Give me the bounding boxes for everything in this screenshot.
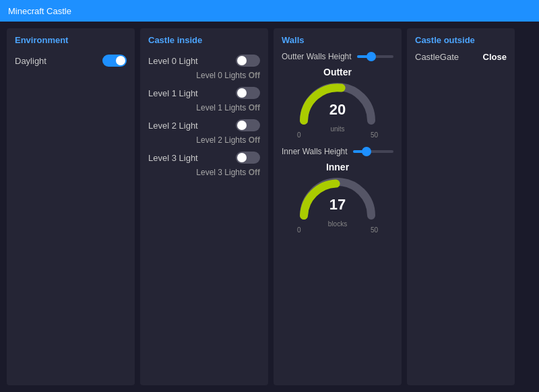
light-3-toggle[interactable] bbox=[236, 152, 260, 164]
environment-panel-title: Environment bbox=[15, 35, 127, 45]
daylight-toggle-knob bbox=[116, 56, 125, 65]
inner-gauge-wrapper: 17 bbox=[297, 175, 378, 219]
light-row-0: Level 0 Light bbox=[148, 52, 260, 69]
light-0-label: Level 0 Light bbox=[148, 56, 198, 66]
inner-slider-thumb[interactable] bbox=[362, 147, 371, 156]
main-content: Environment Daylight Castle inside Level… bbox=[0, 22, 539, 392]
gate-status: Close bbox=[483, 52, 507, 62]
inner-gauge-title: Inner bbox=[326, 162, 349, 172]
light-3-knob bbox=[237, 153, 247, 162]
outer-gauge-max: 50 bbox=[371, 131, 378, 139]
inner-gauge-labels: 0 50 bbox=[297, 226, 378, 234]
light-0-toggle[interactable] bbox=[236, 55, 260, 67]
daylight-label: Daylight bbox=[15, 56, 46, 66]
title-bar: Minecraft Castle bbox=[0, 0, 539, 22]
inner-slider-row: Inner Walls Height bbox=[282, 147, 393, 156]
light-1-label: Level 1 Light bbox=[148, 88, 198, 98]
inner-gauge-min: 0 bbox=[297, 226, 301, 234]
light-3-off: Off bbox=[249, 168, 260, 177]
inner-gauge-max: 50 bbox=[371, 226, 378, 234]
light-2-toggle[interactable] bbox=[236, 119, 260, 131]
light-row-3: Level 3 Light bbox=[148, 149, 260, 166]
daylight-toggle[interactable] bbox=[102, 55, 127, 67]
light-0-knob bbox=[237, 56, 247, 65]
gate-row: CastleGate Close bbox=[415, 52, 507, 62]
light-1-off: Off bbox=[249, 103, 260, 112]
light-0-off: Off bbox=[249, 71, 260, 80]
outer-slider-thumb[interactable] bbox=[367, 52, 376, 61]
inner-gauge-container: Inner 17 blocks 0 50 bbox=[282, 162, 393, 234]
outer-gauge-labels: 0 50 bbox=[297, 131, 378, 139]
light-3-status: Level 3 Lights Off bbox=[148, 166, 260, 181]
inner-slider-track[interactable] bbox=[353, 150, 393, 153]
gate-label: CastleGate bbox=[415, 52, 459, 62]
outer-gauge-min: 0 bbox=[297, 131, 301, 139]
light-2-status: Level 2 Lights Off bbox=[148, 134, 260, 149]
light-row-2: Level 2 Light bbox=[148, 117, 260, 134]
outer-gauge-container: Outter 20 units 0 50 bbox=[282, 67, 393, 139]
castle-outside-title: Castle outside bbox=[415, 35, 507, 45]
light-1-knob bbox=[237, 88, 247, 98]
outer-slider-track[interactable] bbox=[357, 55, 393, 58]
light-row-1: Level 1 Light bbox=[148, 84, 260, 102]
outer-slider-row: Outter Walls Height bbox=[282, 52, 393, 61]
light-0-status: Level 0 Lights Off bbox=[148, 69, 260, 84]
castle-outside-panel: Castle outside CastleGate Close bbox=[407, 28, 515, 385]
light-2-off: Off bbox=[249, 135, 260, 145]
gate-close-text: Close bbox=[483, 52, 507, 62]
walls-panel: Walls Outter Walls Height Outter 20 uni bbox=[274, 28, 402, 385]
inner-slider-label: Inner Walls Height bbox=[282, 147, 348, 156]
castle-inside-panel: Castle inside Level 0 Light Level 0 Ligh… bbox=[140, 28, 268, 385]
daylight-row: Daylight bbox=[15, 52, 127, 69]
light-2-knob bbox=[237, 121, 247, 130]
walls-panel-title: Walls bbox=[282, 35, 393, 45]
light-1-status: Level 1 Lights Off bbox=[148, 102, 260, 117]
app-title: Minecraft Castle bbox=[8, 6, 71, 16]
outer-slider-label: Outter Walls Height bbox=[282, 52, 352, 61]
light-2-label: Level 2 Light bbox=[148, 121, 198, 131]
light-1-toggle[interactable] bbox=[236, 87, 260, 99]
castle-inside-title: Castle inside bbox=[148, 35, 260, 45]
outer-gauge-value: 20 bbox=[329, 101, 346, 119]
inner-gauge-value: 17 bbox=[329, 196, 346, 214]
light-3-label: Level 3 Light bbox=[148, 153, 198, 163]
outer-gauge-title: Outter bbox=[323, 67, 352, 77]
environment-panel: Environment Daylight bbox=[7, 28, 135, 385]
outer-gauge-wrapper: 20 bbox=[297, 80, 378, 124]
